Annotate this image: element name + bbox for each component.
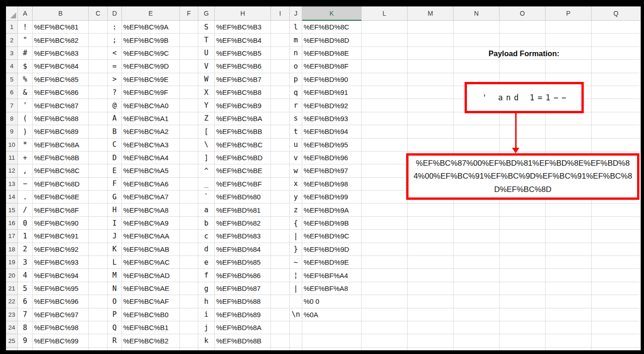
- cell-L2[interactable]: [362, 34, 408, 46]
- cell-H3[interactable]: %EF%BC%B5: [215, 47, 271, 60]
- cell-H18[interactable]: %EF%BD%84: [215, 243, 271, 256]
- cell-J8[interactable]: s: [290, 112, 302, 125]
- cell-H6[interactable]: %EF%BC%B8: [215, 86, 271, 99]
- cell-G14[interactable]: `: [198, 191, 215, 203]
- cell-F14[interactable]: [180, 191, 198, 203]
- cell-Q4[interactable]: [592, 60, 641, 73]
- cell-K10[interactable]: %EF%BD%95: [302, 139, 362, 151]
- cell-D24[interactable]: Q: [108, 321, 122, 334]
- cell-B22[interactable]: %EF%BC%96: [33, 295, 89, 308]
- cell-Q18[interactable]: [592, 243, 641, 256]
- cell-P2[interactable]: [546, 34, 592, 46]
- cell-J22[interactable]: [290, 295, 302, 308]
- cell-H1[interactable]: %EF%BC%B3: [215, 21, 271, 34]
- cell-L20[interactable]: [362, 269, 408, 282]
- cell-F15[interactable]: [180, 203, 198, 216]
- column-header-N[interactable]: N: [454, 6, 500, 21]
- cell-N21[interactable]: [454, 282, 500, 295]
- cell-I19[interactable]: [271, 256, 290, 269]
- cell-F11[interactable]: [180, 151, 198, 164]
- cell-G3[interactable]: U: [198, 47, 215, 60]
- cell-B15[interactable]: %EF%BC%8F: [33, 203, 89, 216]
- column-header-L[interactable]: L: [362, 6, 408, 21]
- cell-O26[interactable]: [500, 348, 546, 350]
- cell-P19[interactable]: [546, 256, 592, 269]
- cell-M25[interactable]: [408, 334, 454, 347]
- cell-F13[interactable]: [180, 178, 198, 191]
- column-header-D[interactable]: D: [108, 6, 122, 21]
- cell-I4[interactable]: [271, 60, 290, 73]
- row-header-12[interactable]: 12: [6, 164, 18, 177]
- cell-L6[interactable]: [362, 86, 408, 99]
- cell-F17[interactable]: [180, 230, 198, 243]
- row-header-14[interactable]: 14: [6, 191, 18, 203]
- cell-M21[interactable]: [408, 282, 454, 295]
- cell-H13[interactable]: %EF%BC%BF: [215, 178, 271, 191]
- cell-K22[interactable]: %0 0: [302, 295, 362, 308]
- cell-G15[interactable]: a: [198, 203, 215, 216]
- cell-N26[interactable]: [454, 348, 500, 350]
- cell-J12[interactable]: w: [290, 164, 302, 177]
- cell-E24[interactable]: %EF%BC%B1: [122, 321, 180, 334]
- cell-L1[interactable]: [362, 21, 408, 34]
- cell-A17[interactable]: 1: [18, 230, 33, 243]
- cell-I3[interactable]: [271, 47, 290, 60]
- cell-D17[interactable]: J: [108, 230, 122, 243]
- cell-C15[interactable]: [89, 203, 108, 216]
- cell-M5[interactable]: [408, 73, 454, 86]
- cell-C6[interactable]: [89, 86, 108, 99]
- cell-B5[interactable]: %EF%BC%85: [33, 73, 89, 86]
- cell-M20[interactable]: [408, 269, 454, 282]
- cell-A20[interactable]: 4: [18, 269, 33, 282]
- cell-L4[interactable]: [362, 60, 408, 73]
- cell-B20[interactable]: %EF%BC%94: [33, 269, 89, 282]
- cell-A14[interactable]: .: [18, 191, 33, 203]
- cell-B1[interactable]: %EF%BC%81: [33, 21, 89, 34]
- cell-I15[interactable]: [271, 203, 290, 216]
- cell-Q7[interactable]: [592, 99, 641, 112]
- cell-E5[interactable]: %EF%BC%9E: [122, 73, 180, 86]
- column-header-H[interactable]: H: [215, 6, 271, 21]
- cell-G2[interactable]: T: [198, 34, 215, 46]
- cell-E16[interactable]: %EF%BC%A9: [122, 217, 180, 230]
- row-header-26[interactable]: 26: [6, 348, 18, 350]
- cell-B6[interactable]: %EF%BC%86: [33, 86, 89, 99]
- cell-D21[interactable]: N: [108, 282, 122, 295]
- cell-A21[interactable]: 5: [18, 282, 33, 295]
- row-header-10[interactable]: 10: [6, 139, 18, 151]
- cell-G17[interactable]: c: [198, 230, 215, 243]
- cell-D2[interactable]: ;: [108, 34, 122, 46]
- cell-I2[interactable]: [271, 34, 290, 46]
- cell-C8[interactable]: [89, 112, 108, 125]
- cell-L12[interactable]: [362, 164, 408, 177]
- cell-I6[interactable]: [271, 86, 290, 99]
- cell-O18[interactable]: [500, 243, 546, 256]
- cell-O16[interactable]: [500, 217, 546, 230]
- cell-F25[interactable]: [180, 334, 198, 347]
- cell-I24[interactable]: [271, 321, 290, 334]
- cell-B3[interactable]: %EF%BC%83: [33, 47, 89, 60]
- cell-G24[interactable]: j: [198, 321, 215, 334]
- cell-H9[interactable]: %EF%BC%BB: [215, 125, 271, 138]
- cell-A2[interactable]: ": [18, 34, 33, 46]
- row-header-24[interactable]: 24: [6, 321, 18, 334]
- cell-A15[interactable]: /: [18, 203, 33, 216]
- cell-P10[interactable]: [546, 139, 592, 151]
- cell-D26[interactable]: [108, 348, 122, 350]
- cell-Q17[interactable]: [592, 230, 641, 243]
- cell-L5[interactable]: [362, 73, 408, 86]
- cell-J6[interactable]: q: [290, 86, 302, 99]
- cell-F4[interactable]: [180, 60, 198, 73]
- cell-D12[interactable]: E: [108, 164, 122, 177]
- row-header-25[interactable]: 25: [6, 334, 18, 347]
- cell-O15[interactable]: [500, 203, 546, 216]
- cell-M26[interactable]: [408, 348, 454, 350]
- cell-D4[interactable]: =: [108, 60, 122, 73]
- cell-O2[interactable]: [500, 34, 546, 46]
- cell-C4[interactable]: [89, 60, 108, 73]
- cell-A4[interactable]: $: [18, 60, 33, 73]
- cell-B11[interactable]: %EF%BC%8B: [33, 151, 89, 164]
- cell-N4[interactable]: [454, 60, 500, 73]
- cell-H25[interactable]: %EF%BD%8B: [215, 334, 271, 347]
- cell-J19[interactable]: ~: [290, 256, 302, 269]
